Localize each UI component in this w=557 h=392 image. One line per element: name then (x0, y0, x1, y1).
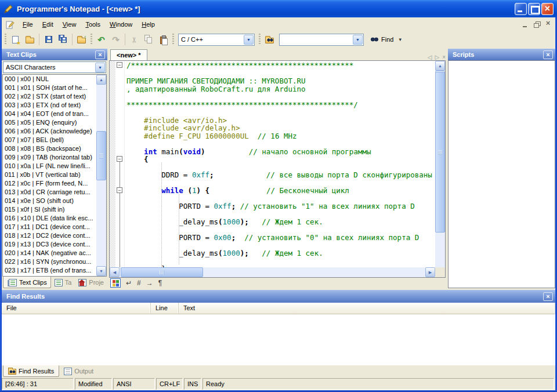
copy-button[interactable] (142, 32, 156, 46)
open-project-button[interactable]: ↑ (74, 32, 89, 46)
menu-help[interactable]: Help (137, 19, 160, 30)
tab-close-icon[interactable]: × (442, 54, 446, 60)
clip-item[interactable]: 019 | x13 | DC3 (device cont... (3, 240, 96, 249)
editor[interactable]: −−− /***********************************… (109, 60, 446, 278)
clip-item[interactable]: 001 | x01 | SOH (start of he... (3, 84, 96, 92)
column-header-file[interactable]: File (2, 303, 151, 314)
fold-cell[interactable]: − (115, 186, 124, 194)
find-results-list[interactable] (2, 314, 555, 365)
column-header-line[interactable]: Line (151, 303, 179, 314)
tab-find-results[interactable]: Find Results (3, 365, 59, 377)
scroll-right-icon[interactable]: ▶ (425, 267, 435, 277)
menu-view[interactable]: View (58, 19, 81, 30)
code-area[interactable]: /***************************************… (125, 61, 445, 277)
search-input[interactable] (280, 34, 353, 45)
tab-output[interactable]: Output (59, 365, 98, 377)
clip-list-scrollbar[interactable]: ▲ ▼ (96, 75, 106, 276)
close-button[interactable] (541, 3, 554, 15)
clip-item[interactable]: 022 | x16 | SYN (synchronou... (3, 257, 96, 266)
menu-edit[interactable]: Edit (38, 19, 58, 30)
clip-item[interactable]: 023 | x17 | ETB (end of trans... (3, 266, 96, 275)
clip-item[interactable]: 005 | x05 | ENQ (enquiry) (3, 118, 96, 127)
editor-vertical-scrollbar[interactable]: ▲ ▼ (435, 61, 445, 267)
chevron-down-icon[interactable]: ▼ (95, 63, 105, 72)
tab-text-clips[interactable]: Text Clips (3, 277, 51, 288)
tab-prev-icon[interactable]: ◁ (428, 54, 432, 60)
redo-button[interactable]: ↷ (108, 32, 123, 46)
column-header-text[interactable]: Text (179, 303, 555, 314)
chevron-down-icon[interactable]: ▼ (244, 35, 254, 45)
clip-item[interactable]: 007 | x07 | BEL (bell) (3, 136, 96, 144)
search-combo[interactable]: ▼ (279, 34, 364, 46)
clip-item[interactable]: 018 | x12 | DC2 (device cont... (3, 231, 96, 240)
find-dropdown-icon[interactable]: ▾ (399, 37, 402, 42)
clip-set-select[interactable]: ASCII Characters ▼ (3, 61, 106, 73)
scroll-up-icon[interactable]: ▲ (96, 75, 106, 85)
clip-item[interactable]: 006 | x06 | ACK (acknowledge) (3, 127, 96, 136)
clip-item[interactable]: 000 | x00 | NUL (3, 75, 96, 84)
clip-item[interactable]: 012 | x0c | FF (form feed, N... (3, 179, 96, 188)
clip-item[interactable]: 002 | x02 | STX (start of text) (3, 92, 96, 101)
clip-item[interactable]: 015 | x0f | SI (shift in) (3, 205, 96, 214)
mdi-restore-icon[interactable] (532, 20, 542, 29)
clip-item[interactable]: 008 | x08 | BS (backspace) (3, 144, 96, 153)
fold-box-icon[interactable]: − (117, 62, 122, 68)
show-whitespace-icon[interactable]: → (146, 279, 153, 287)
clip-item[interactable]: 010 | x0a | LF (NL new line/li... (3, 162, 96, 170)
find-in-files-button[interactable] (262, 32, 277, 46)
show-line-endings-icon[interactable]: ¶ (158, 279, 162, 287)
document-pencil-icon[interactable] (5, 20, 15, 29)
chevron-down-icon[interactable]: ▼ (353, 35, 363, 45)
close-icon[interactable]: × (543, 292, 553, 301)
cut-button[interactable]: ✂ (127, 32, 142, 46)
scroll-down-icon[interactable]: ▼ (96, 266, 106, 276)
toolbar-grip[interactable] (172, 34, 174, 45)
clip-item[interactable]: 020 | x14 | NAK (negative ac... (3, 249, 96, 257)
toolbar-grip[interactable] (259, 34, 261, 45)
undo-button[interactable]: ↶ (94, 32, 108, 46)
clip-item[interactable]: 003 | x03 | ETX (nd of text) (3, 101, 96, 110)
close-icon[interactable]: × (95, 50, 105, 59)
clip-item[interactable]: 013 | x0d | CR (carriage retu... (3, 188, 96, 197)
close-icon[interactable]: × (543, 50, 553, 59)
clip-item[interactable]: 009 | x09 | TAB (horizontal tab) (3, 153, 96, 162)
fold-box-icon[interactable]: − (117, 156, 122, 162)
paste-button[interactable] (156, 32, 171, 46)
fold-cell[interactable]: − (115, 155, 124, 163)
tab-ta[interactable]: Ta (51, 277, 75, 288)
scroll-left-icon[interactable]: ◀ (110, 267, 120, 277)
document-tab[interactable]: <new> * (110, 49, 147, 60)
editor-horizontal-scrollbar[interactable]: ◀ ▶ (110, 267, 435, 277)
menu-tools[interactable]: Tools (81, 19, 105, 30)
toolbar-grip[interactable] (91, 34, 92, 45)
scheme-select[interactable]: C / C++ ▼ (178, 34, 255, 46)
word-wrap-icon[interactable]: ↵ (126, 279, 132, 287)
scrollbar-thumb[interactable] (435, 72, 445, 233)
clip-item[interactable]: 004 | x04 | EOT (end of tran... (3, 110, 96, 118)
line-numbers-icon[interactable]: # (137, 279, 141, 287)
mdi-close-icon[interactable] (543, 20, 553, 29)
scroll-up-icon[interactable]: ▲ (435, 61, 445, 71)
menu-window[interactable]: Window (105, 19, 137, 30)
fold-cell[interactable]: − (115, 61, 124, 69)
tab-next-icon[interactable]: ▷ (435, 54, 439, 60)
find-button[interactable]: Find ▾ (368, 35, 404, 44)
toolbar-grip[interactable] (5, 34, 6, 45)
open-file-button[interactable] (23, 32, 37, 46)
save-button[interactable] (41, 32, 56, 46)
maximize-button[interactable] (528, 3, 540, 15)
tab-proje[interactable]: Proje (75, 277, 107, 288)
minimize-button[interactable] (515, 3, 527, 15)
scrollbar-thumb[interactable] (96, 131, 106, 180)
scrollbar-thumb[interactable] (121, 267, 203, 277)
mdi-minimize-icon[interactable] (521, 20, 531, 29)
save-all-button[interactable] (56, 32, 70, 46)
clip-item[interactable]: 014 | x0e | SO (shift out) (3, 197, 96, 205)
new-file-button[interactable]: ★ (8, 32, 23, 46)
highlight-scheme-icon[interactable] (110, 278, 121, 288)
clip-item[interactable]: 016 | x10 | DLE (data link esc... (3, 214, 96, 223)
clip-item[interactable]: 011 | x0b | VT (vertical tab) (3, 170, 96, 179)
fold-box-icon[interactable]: − (117, 187, 122, 193)
clip-item[interactable]: 017 | x11 | DC1 (device cont... (3, 223, 96, 231)
scripts-content[interactable] (448, 60, 555, 288)
